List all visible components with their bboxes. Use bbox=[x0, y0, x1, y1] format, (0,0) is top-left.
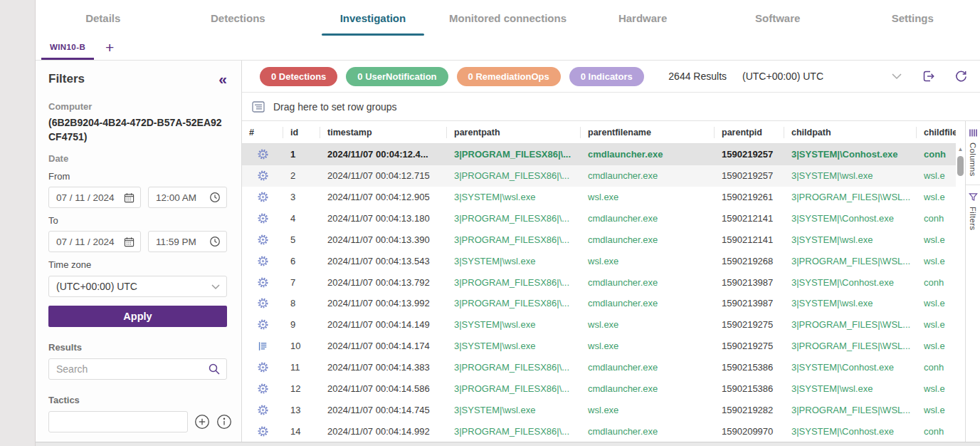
tab-details[interactable]: Details bbox=[36, 0, 171, 36]
badge-0-usernotification[interactable]: 0 UserNotification bbox=[346, 67, 448, 86]
row-id: 10 bbox=[283, 341, 320, 351]
process-event-icon bbox=[242, 425, 283, 437]
machine-tab-win10-b[interactable]: WIN10-B bbox=[41, 36, 94, 60]
table-row[interactable]: 102024/11/07 00:04:14.1743|SYSTEM|\wsl.e… bbox=[242, 336, 956, 357]
row-parentpid: 1590212141 bbox=[715, 213, 784, 224]
table-row[interactable]: 112024/11/07 00:04:14.3833|PROGRAM_FILES… bbox=[242, 357, 956, 378]
column-header-id[interactable]: id bbox=[283, 127, 320, 138]
tab-software[interactable]: Software bbox=[710, 0, 845, 36]
machine-tab-bar: WIN10-B + bbox=[36, 36, 980, 61]
table-row[interactable]: 32024/11/07 00:04:12.9053|SYSTEM|\wsl.ex… bbox=[242, 187, 956, 208]
grid-header: #idtimestampparentpathparentfilenamepare… bbox=[242, 121, 956, 144]
row-id: 11 bbox=[283, 362, 320, 373]
events-table: #idtimestampparentpathparentfilenamepare… bbox=[242, 121, 956, 442]
timezone-display[interactable]: (UTC+00:00) UTC bbox=[742, 71, 823, 82]
refresh-icon[interactable] bbox=[954, 69, 969, 84]
row-timestamp: 2024/11/07 00:04:14.745 bbox=[320, 405, 447, 415]
row-childfilename: wsl.e bbox=[917, 170, 956, 181]
status-badges: 0 Detections0 UserNotification0 Remediat… bbox=[260, 67, 644, 86]
row-parentfilename: cmdlauncher.exe bbox=[581, 426, 715, 437]
calendar-icon[interactable] bbox=[124, 237, 135, 247]
row-group-dropzone[interactable]: Drag here to set row groups bbox=[242, 93, 980, 121]
add-tab-button[interactable]: + bbox=[101, 36, 118, 60]
table-row[interactable]: 72024/11/07 00:04:13.7923|PROGRAM_FILESX… bbox=[242, 271, 956, 293]
column-header-parentpath[interactable]: parentpath bbox=[447, 127, 581, 138]
row-parentpid: 1590212141 bbox=[715, 234, 784, 245]
timezone-select[interactable]: (UTC+00:00) UTC bbox=[48, 276, 227, 297]
grid-rows: 12024/11/07 00:04:12.4...3|PROGRAM_FILES… bbox=[242, 144, 956, 442]
filters-rail-label: Filters bbox=[969, 207, 977, 230]
process-event-icon bbox=[242, 383, 283, 395]
row-parentpid: 1590215386 bbox=[715, 362, 784, 373]
export-icon[interactable] bbox=[920, 68, 936, 84]
add-tactic-button[interactable] bbox=[194, 414, 210, 430]
row-childpath: 3|PROGRAM_FILES|\WSL... bbox=[784, 192, 917, 202]
table-row[interactable]: 42024/11/07 00:04:13.1803|PROGRAM_FILESX… bbox=[242, 208, 956, 229]
row-parentpath: 3|PROGRAM_FILESX86|\... bbox=[447, 383, 581, 394]
column-header-parentpid[interactable]: parentpid bbox=[715, 127, 784, 138]
badge-0-detections[interactable]: 0 Detections bbox=[260, 67, 337, 86]
collapse-panel-icon[interactable]: « bbox=[218, 71, 227, 86]
scroll-thumb[interactable] bbox=[957, 156, 964, 176]
process-event-icon bbox=[242, 255, 283, 267]
to-time-field[interactable]: 11:59 PM bbox=[148, 231, 227, 252]
apply-button[interactable]: Apply bbox=[48, 306, 227, 327]
row-parentpath: 3|PROGRAM_FILESX86|\... bbox=[447, 426, 581, 437]
row-parentfilename: cmdlauncher.exe bbox=[581, 277, 715, 288]
filters-rail-tab[interactable]: Filters bbox=[966, 185, 980, 239]
search-icon[interactable] bbox=[208, 363, 221, 375]
row-childpath: 3|PROGRAM_FILES|\WSL... bbox=[784, 405, 917, 415]
column-header-childpath[interactable]: childpath bbox=[784, 127, 917, 138]
events-grid: #idtimestampparentpathparentfilenamepare… bbox=[242, 121, 980, 442]
column-header-childfilename[interactable]: childfilename bbox=[917, 127, 956, 138]
row-parentfilename: cmdlauncher.exe bbox=[581, 213, 715, 224]
column-header-num[interactable]: # bbox=[242, 127, 283, 138]
table-row[interactable]: 132024/11/07 00:04:14.7453|SYSTEM|\wsl.e… bbox=[242, 399, 956, 420]
tab-detections[interactable]: Detections bbox=[171, 0, 306, 36]
vertical-scrollbar[interactable]: ▲ bbox=[956, 121, 965, 442]
table-row[interactable]: 82024/11/07 00:04:13.9923|PROGRAM_FILESX… bbox=[242, 293, 956, 314]
to-date-field[interactable]: 07 / 11 / 2024 bbox=[48, 231, 141, 252]
table-row[interactable]: 22024/11/07 00:04:12.7153|PROGRAM_FILESX… bbox=[242, 165, 956, 187]
bottom-scroll-strip[interactable] bbox=[36, 442, 980, 446]
table-row[interactable]: 62024/11/07 00:04:13.5433|SYSTEM|\wsl.ex… bbox=[242, 250, 956, 271]
from-time-value: 12:00 AM bbox=[156, 192, 196, 203]
tab-hardware[interactable]: Hardware bbox=[575, 0, 710, 36]
badge-0-remediationops[interactable]: 0 RemediationOps bbox=[457, 67, 561, 86]
scroll-up-icon[interactable]: ▲ bbox=[958, 147, 964, 152]
results-toolbar: 0 Detections0 UserNotification0 Remediat… bbox=[242, 61, 980, 93]
row-groups-icon bbox=[252, 101, 265, 113]
chevron-down-icon[interactable] bbox=[891, 73, 902, 80]
column-header-timestamp[interactable]: timestamp bbox=[320, 127, 447, 138]
process-event-icon bbox=[242, 404, 283, 416]
row-id: 5 bbox=[283, 234, 320, 245]
table-row[interactable]: 12024/11/07 00:04:12.4...3|PROGRAM_FILES… bbox=[242, 144, 956, 165]
tab-monitored-connections[interactable]: Monitored connections bbox=[441, 0, 576, 36]
clock-icon[interactable] bbox=[209, 236, 221, 247]
table-row[interactable]: 52024/11/07 00:04:13.3903|PROGRAM_FILESX… bbox=[242, 229, 956, 250]
clock-icon[interactable] bbox=[209, 192, 221, 203]
row-parentpid: 1590219282 bbox=[715, 405, 784, 415]
columns-rail-tab[interactable]: Columns bbox=[966, 121, 980, 185]
from-date-value: 07 / 11 / 2024 bbox=[56, 192, 115, 203]
table-row[interactable]: 142024/11/07 00:04:14.9923|PROGRAM_FILES… bbox=[242, 420, 956, 442]
from-time-field[interactable]: 12:00 AM bbox=[148, 187, 227, 208]
process-event-icon bbox=[242, 148, 283, 160]
tab-settings[interactable]: Settings bbox=[845, 0, 980, 36]
row-childpath: 3|PROGRAM_FILES|\WSL... bbox=[784, 341, 917, 351]
row-parentpid: 1590213987 bbox=[715, 298, 784, 308]
table-row[interactable]: 122024/11/07 00:04:14.5863|PROGRAM_FILES… bbox=[242, 378, 956, 399]
row-parentfilename: wsl.exe bbox=[581, 319, 715, 330]
column-header-parentfilename[interactable]: parentfilename bbox=[581, 127, 715, 138]
tactics-input[interactable] bbox=[48, 411, 188, 432]
row-parentpath: 3|PROGRAM_FILESX86|\... bbox=[447, 170, 581, 181]
calendar-icon[interactable] bbox=[124, 192, 135, 203]
process-event-icon bbox=[242, 361, 283, 373]
row-childpath: 3|SYSTEM|\Conhost.exe bbox=[784, 213, 917, 224]
tactics-info-button[interactable] bbox=[216, 414, 232, 430]
tab-investigation[interactable]: Investigation bbox=[305, 0, 441, 36]
search-input[interactable] bbox=[56, 363, 208, 375]
table-row[interactable]: 92024/11/07 00:04:14.1493|SYSTEM|\wsl.ex… bbox=[242, 314, 956, 336]
badge-0-indicators[interactable]: 0 Indicators bbox=[569, 67, 644, 86]
from-date-field[interactable]: 07 / 11 / 2024 bbox=[48, 187, 141, 208]
